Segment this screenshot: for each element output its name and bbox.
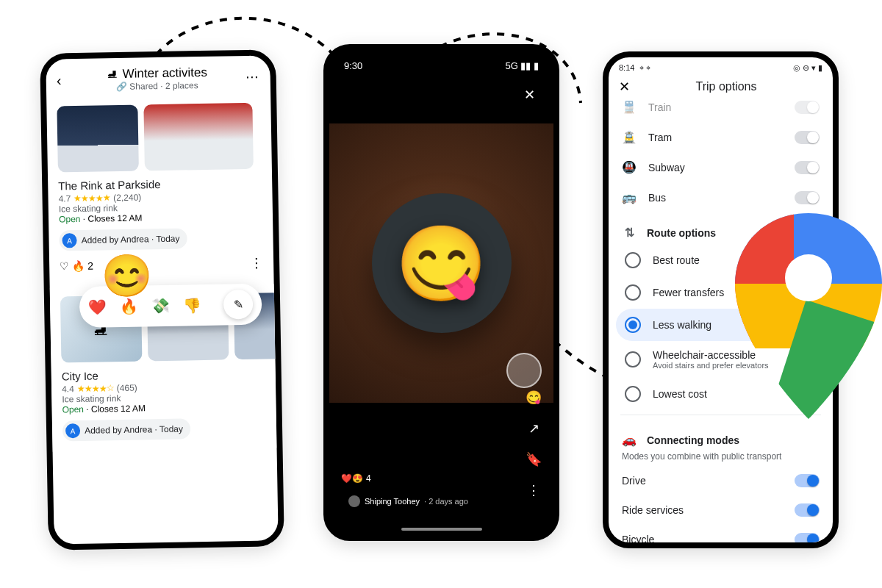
status-time: 9:30 [344, 60, 362, 71]
route-label: Fewer transfers [653, 287, 724, 298]
transit-mode-bus[interactable]: 🚌 Bus [609, 182, 833, 212]
list-subtitle: Shared · 2 places [129, 80, 198, 92]
place1-name[interactable]: The Rink at Parkside [58, 176, 262, 193]
place1-menu-icon[interactable]: ⋮ [250, 255, 263, 271]
bookmark-icon[interactable]: 🔖 [526, 451, 542, 467]
train-icon: 🚆 [622, 100, 637, 114]
toggle[interactable] [795, 161, 820, 174]
react-thumbsdown[interactable]: 👎 [183, 296, 201, 314]
subway-icon: 🚇 [622, 160, 637, 174]
story-overflow-icon[interactable]: ⋮ [526, 482, 542, 498]
overflow-icon[interactable]: ⋯ [245, 69, 260, 85]
reaction-palette[interactable]: 😊 ❤️ 🔥 💸 👎 ✎ [79, 284, 262, 328]
home-indicator [401, 528, 482, 531]
status-icons: ◎ ⊖ ▾ ▮ [793, 63, 822, 73]
connecting-label: Ride services [622, 504, 684, 516]
transit-label: Bus [648, 192, 666, 204]
close-button[interactable]: ✕ [517, 82, 542, 107]
transit-mode-tram[interactable]: 🚊 Tram [609, 122, 833, 152]
connecting-modes-subtitle: Modes you combine with public transport [609, 451, 833, 466]
connecting-modes-title: 🚗 Connecting modes [609, 420, 833, 451]
route-label: Best route [653, 254, 700, 266]
place1-reactions[interactable]: ♡ 🔥 2 [60, 260, 93, 273]
transit-mode-subway[interactable]: 🚇 Subway [609, 152, 833, 182]
place1-added-by[interactable]: A Added by Andrea · Today [59, 228, 187, 251]
google-maps-logo [735, 213, 882, 419]
list-title-emoji: ⛸ [107, 67, 119, 81]
route-label: Less walking [653, 319, 711, 331]
toggle[interactable] [795, 131, 820, 144]
share-icon[interactable]: ↗ [526, 420, 542, 437]
place2-name[interactable]: City Ice [62, 367, 265, 383]
radio[interactable] [625, 284, 641, 301]
connecting-mode-drive[interactable]: Drive [609, 466, 833, 495]
edit-note-button[interactable]: ✎ [223, 290, 254, 320]
radio[interactable] [625, 351, 641, 368]
back-icon[interactable]: ‹ [57, 72, 62, 89]
radio[interactable] [625, 317, 641, 333]
status-network: 5G ▮▮ ▮ [505, 60, 539, 71]
story-author-pill[interactable]: Shiping Toohey · 2 days ago [341, 491, 476, 512]
list-title: Winter activites [123, 65, 208, 81]
place2-added-by[interactable]: A Added by Andrea · Today [62, 418, 190, 441]
toggle[interactable] [795, 503, 820, 517]
connecting-mode-ride-services[interactable]: Ride services [609, 495, 833, 525]
list-title-block: ⛸ Winter activites 🔗 Shared · 2 places [68, 65, 245, 93]
connecting-mode-bicycle[interactable]: Bicycle [609, 525, 833, 548]
route-label: Lowest cost [653, 388, 707, 400]
radio[interactable] [625, 386, 641, 402]
transit-label: Subway [648, 162, 685, 173]
food-emoji-sticker: 😋 [395, 220, 487, 306]
tram-icon: 🚊 [622, 130, 637, 144]
capture-button[interactable] [506, 353, 542, 388]
connecting-label: Bicycle [622, 534, 654, 545]
react-button[interactable]: 😋 [526, 390, 542, 406]
svg-point-4 [785, 254, 832, 301]
radio[interactable] [625, 252, 641, 268]
transit-label: Train [648, 101, 671, 113]
transit-label: Tram [648, 132, 672, 143]
big-reaction-emoji: 😊 [101, 251, 153, 301]
transit-mode-train[interactable]: 🚆 Train [609, 92, 833, 122]
toggle[interactable] [795, 533, 820, 546]
react-money[interactable]: 💸 [151, 297, 170, 315]
bus-icon: 🚌 [622, 190, 637, 204]
toggle[interactable] [795, 191, 820, 204]
status-time: 8:14 [619, 63, 634, 72]
connecting-label: Drive [622, 475, 646, 487]
reaction-count[interactable]: ❤️😍 4 [341, 473, 371, 484]
place1-photos[interactable] [57, 103, 262, 173]
toggle[interactable] [795, 474, 820, 487]
toggle[interactable] [795, 101, 820, 114]
